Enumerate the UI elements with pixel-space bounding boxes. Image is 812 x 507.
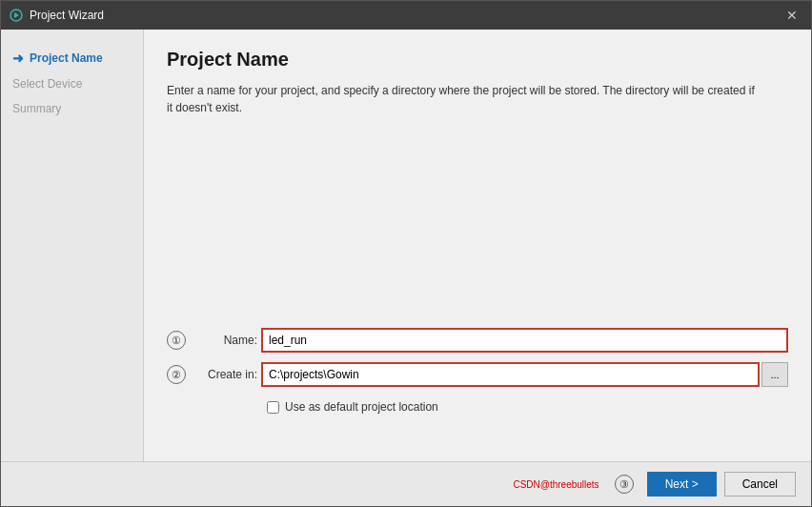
create-in-row: ② Create in: ...: [167, 362, 788, 387]
next-button[interactable]: Next >: [647, 472, 717, 497]
watermark: CSDN@threebullets: [513, 479, 599, 490]
name-label: Name:: [195, 334, 257, 347]
checkbox-label: Use as default project location: [285, 400, 438, 414]
browse-button[interactable]: ...: [761, 362, 788, 387]
name-input[interactable]: [261, 328, 788, 353]
dialog-content: ➜ Project Name Select Device Summary Pro…: [1, 30, 811, 461]
default-location-checkbox[interactable]: [267, 401, 279, 414]
step-number-1: ①: [167, 331, 186, 350]
sidebar-label-summary: Summary: [12, 102, 61, 115]
sidebar-label-project-name: Project Name: [30, 51, 103, 65]
checkbox-row: Use as default project location: [267, 400, 788, 414]
form-area: ① Name: ② Create in: ... Use as default …: [167, 135, 788, 442]
cancel-button[interactable]: Cancel: [724, 472, 796, 497]
dialog-title: Project Wizard: [30, 9, 781, 22]
sidebar-item-project-name[interactable]: ➜ Project Name: [1, 45, 143, 71]
sidebar-label-select-device: Select Device: [12, 77, 82, 91]
sidebar-item-select-device[interactable]: Select Device: [1, 71, 143, 96]
page-title: Project Name: [167, 49, 788, 71]
sidebar-item-summary[interactable]: Summary: [1, 96, 143, 121]
step-number-2: ②: [167, 365, 186, 384]
main-area: Project Name Enter a name for your proje…: [144, 30, 811, 461]
create-in-input[interactable]: [261, 362, 760, 387]
app-icon: [9, 8, 24, 23]
name-row: ① Name:: [167, 328, 788, 353]
page-description: Enter a name for your project, and speci…: [167, 82, 758, 116]
arrow-icon: ➜: [12, 51, 24, 66]
create-in-label: Create in:: [195, 368, 257, 381]
title-bar: Project Wizard ✕: [1, 1, 811, 30]
svg-marker-1: [14, 12, 19, 18]
sidebar: ➜ Project Name Select Device Summary: [1, 30, 144, 461]
dialog-footer: CSDN@threebullets ③ Next > Cancel: [1, 461, 811, 506]
close-button[interactable]: ✕: [781, 4, 803, 27]
step-number-3: ③: [615, 475, 634, 494]
